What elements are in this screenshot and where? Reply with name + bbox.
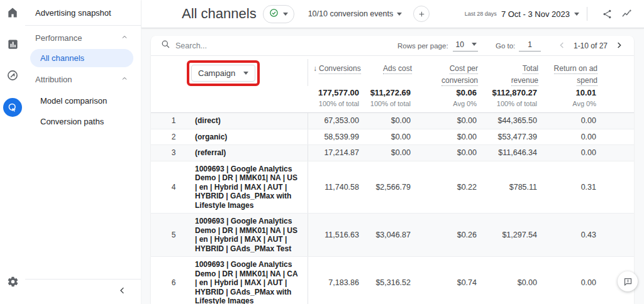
table-row: 1(direct)67,353.00$0.00$0.00$44,365.500.… [151,113,634,129]
cell-ads-cost: $2,566.79 [360,183,412,192]
cell-row-number: 2 [161,133,186,141]
cell-cost-per-conversion: $0.74 [412,278,478,287]
cell-campaign-name: 1009693 | Google Analytics Demo | DR | M… [186,161,308,214]
search-input[interactable] [175,41,314,50]
nav-section-performance[interactable]: Performance [25,27,141,49]
cell-conversions: 11,516.63 [308,231,360,239]
table-toolbar: Rows per page: 10 Go to: 1 1-10 of 27 [151,36,634,56]
search-box [161,40,397,52]
explore-icon[interactable] [4,67,21,84]
icon-rail [0,0,25,304]
totals-conversions: 177,577.00100% of total [308,88,360,107]
feedback-icon[interactable] [618,271,638,291]
column-header-ads-cost[interactable]: Ads cost [360,59,412,74]
date-range-picker[interactable]: 7 Oct - 3 Nov 2023 [501,9,579,19]
report-table-card: Rows per page: 10 Go to: 1 1-10 of 27 [151,36,634,304]
campaign-dimension-label: Campaign [198,68,235,78]
conversion-events-dropdown[interactable]: 10/10 conversion events [308,9,402,18]
table-row: 41009693 | Google Analytics Demo | DR | … [151,161,634,214]
totals-cost-per-conversion: $0.06Avg 0% [412,88,478,107]
cell-total-revenue: $1,297.54 [478,231,538,239]
cell-conversions: 11,740.58 [308,183,360,192]
main-content: All channels 10/10 conversion events Las… [142,0,644,304]
cell-campaign-name: 1009693 | Google Analytics Demo | DR | M… [186,214,308,256]
cell-ads-cost: $0.00 [360,133,412,141]
cell-row-number: 1 [161,116,186,125]
table-header-row: Campaign ↓Conversions Ads cost Cost per … [151,56,634,86]
nav-item-all-channels[interactable]: All channels [30,49,133,67]
nav-item-model-comparison[interactable]: Model comparison [25,90,141,111]
cell-roas: 0.00 [538,133,597,141]
nav-drawer: Advertising snapshot Performance All cha… [25,0,142,304]
nav-section-label: Attribution [35,75,72,84]
cell-total-revenue: $44,365.50 [478,116,538,125]
next-page-icon[interactable] [614,40,624,52]
chevron-up-icon [121,33,128,43]
column-header-return-on-ad-spend[interactable]: Return on ad spend [538,59,597,86]
home-icon[interactable] [4,4,21,21]
share-icon[interactable] [599,6,615,22]
cell-row-number: 5 [161,231,186,239]
cell-cost-per-conversion: $0.22 [412,183,478,192]
pagination-info: 1-10 of 27 [574,41,608,50]
cell-cost-per-conversion: $0.00 [412,148,478,157]
caret-down-icon [574,13,579,16]
goto-page-input[interactable]: 1 [519,40,541,52]
column-header-cost-per-conversion[interactable]: Cost per conversion [412,59,478,86]
header-divider [587,7,587,21]
collapse-icon[interactable] [25,281,141,304]
nav-section-attribution[interactable]: Attribution [25,68,141,90]
table-totals-row: 177,577.00100% of total $11,272.69100% o… [151,86,634,113]
cell-total-revenue: $53,477.39 [478,133,538,141]
conversion-events-label: 10/10 conversion events [308,9,394,18]
cell-ads-cost: $5,316.52 [360,278,412,287]
rows-per-page-select[interactable]: 10 [453,40,478,52]
app-window: Advertising snapshot Performance All cha… [0,0,644,304]
table-row: 61009693 | Google Analytics Demo | DR | … [151,257,634,304]
table-row: 3(referral)17,214.87$0.00$0.00$11,646.34… [151,145,634,161]
nav-section-label: Performance [35,33,82,43]
rows-per-page-value: 10 [456,40,464,49]
nav-divider [25,279,141,280]
cell-cost-per-conversion: $0.26 [412,231,478,239]
totals-total-revenue: $112,870.27100% of total [478,88,538,107]
nav-item-advertising-snapshot[interactable]: Advertising snapshot [25,0,141,25]
cell-cost-per-conversion: $0.00 [412,133,478,141]
column-header-conversions[interactable]: ↓Conversions [308,59,360,74]
insights-icon[interactable] [619,6,635,22]
cell-total-revenue: $11,646.34 [478,148,538,157]
totals-roas: 10.01Avg 0% [538,88,597,107]
campaign-dimension-button[interactable]: Campaign [191,65,255,82]
add-icon[interactable] [413,6,430,22]
cell-roas: 0.31 [538,183,597,192]
cell-total-revenue: $785.11 [478,183,538,192]
column-header-label: Ads cost [383,64,412,74]
cell-conversions: 7,183.86 [308,278,360,287]
column-header-label: Total revenue [511,64,538,86]
caret-down-icon [243,72,248,75]
cell-campaign-name: (organic) [186,129,308,145]
settings-icon[interactable] [4,273,21,290]
cell-roas: 0.00 [538,116,597,125]
cell-roas: 0.00 [538,278,597,287]
cell-ads-cost: $3,046.87 [360,231,412,239]
column-header-label: Conversions [319,64,361,74]
cell-roas: 0.00 [538,148,597,157]
reports-icon[interactable] [4,35,21,53]
nav-divider [25,25,141,26]
column-header-label: Return on ad spend [554,64,597,86]
cell-ads-cost: $0.00 [360,148,412,157]
caret-down-icon [283,13,288,16]
advertising-icon[interactable] [3,98,22,117]
column-header-total-revenue[interactable]: Total revenue [478,59,538,86]
cell-row-number: 3 [161,148,186,157]
date-range-label: 7 Oct - 3 Nov 2023 [501,9,570,19]
sort-desc-icon: ↓ [313,64,317,73]
nav-item-conversion-paths[interactable]: Conversion paths [25,111,141,132]
prev-page-icon[interactable] [557,40,567,52]
cell-campaign-name: 1009693 | Google Analytics Demo | DR | M… [186,257,308,304]
table-row: 2(organic)58,539.99$0.00$0.00$53,477.390… [151,129,634,146]
cell-conversions: 58,539.99 [308,133,360,141]
page-title: All channels [182,6,257,22]
report-status-button[interactable] [263,5,294,23]
